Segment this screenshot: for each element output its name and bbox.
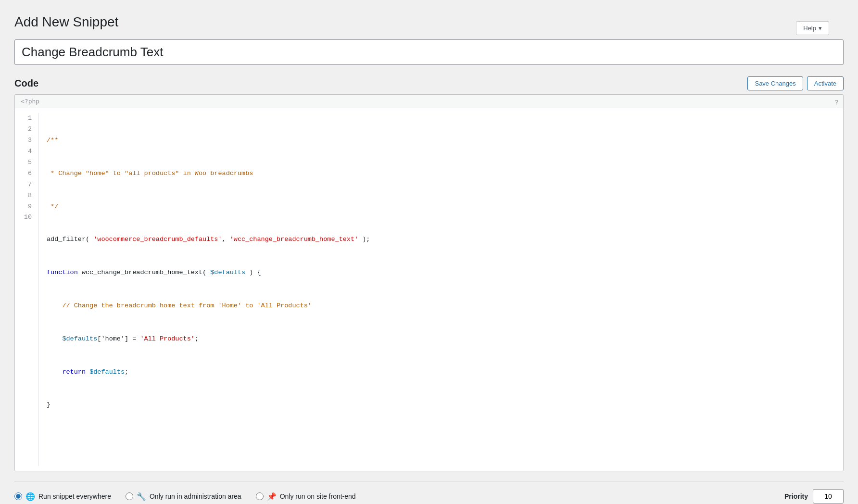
question-mark-icon[interactable]: ? [835,99,838,106]
save-changes-button[interactable]: Save Changes [747,76,803,90]
run-admin-radio[interactable] [126,492,133,500]
code-label: Code [14,78,38,89]
help-button[interactable]: Help ▾ [796,21,829,35]
line-numbers: 1 2 3 4 5 6 7 8 9 10 [15,113,39,466]
code-top-bar: <?php [15,95,843,108]
code-buttons: Save Changes Activate [747,76,844,90]
run-options-section: 🌐 Run snippet everywhere 🔧 Only run in a… [14,481,844,504]
priority-input[interactable] [813,489,844,504]
run-admin-option[interactable]: 🔧 Only run in administration area [126,492,241,501]
run-frontend-radio[interactable] [256,492,264,500]
code-editor: <?php 1 2 3 4 5 6 7 8 9 10 /** * Change … [14,94,844,471]
run-options-row1: 🌐 Run snippet everywhere 🔧 Only run in a… [14,489,844,504]
pin-icon: 📌 [267,492,277,501]
globe-icon: 🌐 [25,492,35,501]
code-content[interactable]: /** * Change "home" to "all products" in… [39,113,843,466]
priority-section: Priority [784,489,844,504]
code-section-header: Code Save Changes Activate [14,76,844,90]
priority-label: Priority [784,492,808,500]
run-frontend-label: Only run on site front-end [280,492,356,500]
help-label: Help [803,25,816,32]
wrench-icon: 🔧 [137,492,146,501]
php-tag: <?php [21,98,39,105]
run-everywhere-option[interactable]: 🌐 Run snippet everywhere [14,492,111,501]
activate-button[interactable]: Activate [807,76,844,90]
code-body[interactable]: 1 2 3 4 5 6 7 8 9 10 /** * Change "home"… [15,108,843,471]
run-admin-label: Only run in administration area [150,492,241,500]
run-everywhere-label: Run snippet everywhere [38,492,111,500]
run-everywhere-radio[interactable] [14,492,22,500]
run-frontend-option[interactable]: 📌 Only run on site front-end [256,492,356,501]
chevron-down-icon: ▾ [819,25,822,32]
snippet-name-input[interactable] [14,39,844,65]
page-title: Add New Snippet [14,14,844,30]
